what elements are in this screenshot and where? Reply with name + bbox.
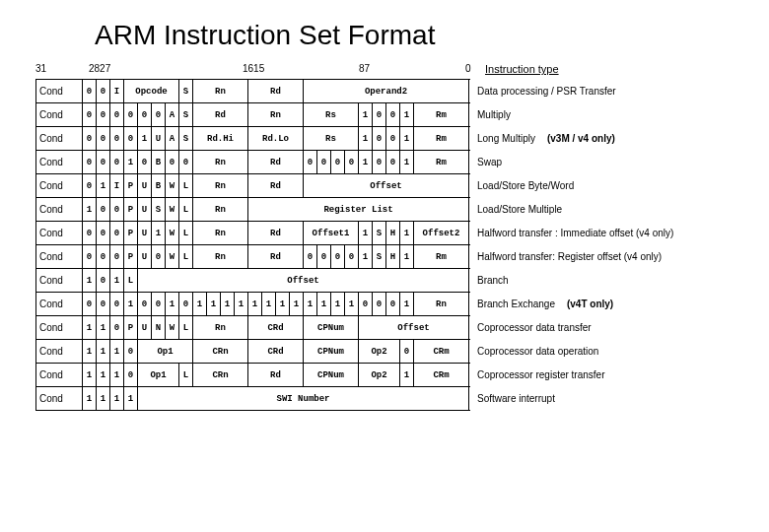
bit-field: 0	[97, 293, 110, 316]
bit-field: 0	[386, 127, 400, 151]
bit-field: 0	[110, 316, 124, 340]
table-row: Cond000PU1WLRnRdOffset11SH1Offset2Halfwo…	[36, 222, 674, 245]
bit-field: B	[152, 151, 166, 174]
bit-field: P	[124, 198, 138, 222]
cond-field: Cond	[36, 103, 83, 127]
bit-field: Rd	[248, 364, 304, 387]
bit-field: L	[179, 222, 193, 245]
bit-field: 1	[83, 316, 97, 340]
bit-field: 1	[248, 293, 262, 316]
table-row: Cond00IOpcodeSRnRdOperand2Data processin…	[36, 80, 674, 103]
bit-field: Op2	[359, 340, 400, 364]
table-row: Cond101LOffsetBranch	[36, 269, 674, 293]
bit-field: Rn	[193, 316, 248, 340]
bit-field: W	[166, 316, 179, 340]
bit-field: 0	[97, 222, 110, 245]
table-row: Cond100PUSWLRnRegister ListLoad/Store Mu…	[36, 198, 674, 222]
bit-field: 0	[97, 151, 110, 174]
bit-field: 0	[110, 103, 124, 127]
bit-field: 0	[400, 340, 414, 364]
table-row: Cond1111SWI NumberSoftware interrupt	[36, 387, 674, 411]
bit-field: U	[138, 198, 152, 222]
instruction-description: Data processing / PSR Transfer	[469, 80, 674, 103]
bit-field: 0	[179, 293, 193, 316]
bit-field: 1	[97, 316, 110, 340]
bit-field: 1	[124, 387, 138, 411]
bit-field: 1	[83, 340, 97, 364]
bit-field: S	[179, 80, 193, 103]
bit-field: Rn	[193, 198, 248, 222]
bit-field: Rd	[248, 222, 304, 245]
bit-field: Offset	[359, 316, 469, 340]
instruction-description: Swap	[469, 151, 674, 174]
bit-field: Register List	[248, 198, 469, 222]
bit-field: I	[110, 80, 124, 103]
bit-field: 0	[124, 127, 138, 151]
bit-field: S	[373, 245, 386, 269]
bit-field: Rm	[414, 151, 469, 174]
bit-field: 1	[276, 293, 290, 316]
bit-field: 0	[345, 151, 359, 174]
bit-field: CPNum	[304, 364, 359, 387]
bit-field: 1	[97, 174, 110, 198]
bit-field: Rn	[193, 80, 248, 103]
bit-field: Rd.Hi	[193, 127, 248, 151]
bit-field: CRm	[414, 340, 469, 364]
bit-field: 1	[331, 293, 345, 316]
bit-field: A	[166, 103, 179, 127]
bit-field: 1	[400, 293, 414, 316]
bit-field: Rn	[193, 245, 248, 269]
bit-field: U	[152, 127, 166, 151]
bit-field: CRn	[193, 340, 248, 364]
table-row: Cond000000ASRdRnRs1001RmMultiply	[36, 103, 674, 127]
instruction-description: Halfword transfer : Immediate offset (v4…	[469, 222, 674, 245]
bit-field: CRd	[248, 316, 304, 340]
bit-field: 0	[304, 245, 317, 269]
bit-field: S	[179, 103, 193, 127]
bit-field: 0	[304, 151, 317, 174]
bit-field: 0	[152, 293, 166, 316]
bit-field: 0	[83, 222, 97, 245]
bit-field: 0	[179, 151, 193, 174]
bit-field: Rd.Lo	[248, 127, 304, 151]
bit-field: H	[386, 245, 400, 269]
bit-field: 1	[83, 198, 97, 222]
bit-positions: 31 2827 1615 87 0 Instruction type	[35, 63, 769, 79]
bit-field: B	[152, 174, 166, 198]
bit-field: W	[166, 245, 179, 269]
bit-field: 1	[110, 364, 124, 387]
cond-field: Cond	[36, 387, 83, 411]
bit-field: Rm	[414, 127, 469, 151]
table-row: Cond110PUNWLRnCRdCPNumOffsetCoprocessor …	[36, 316, 674, 340]
bit-field: CRn	[193, 364, 248, 387]
bit-field: 1	[290, 293, 304, 316]
instruction-description: Coprocessor register transfer	[469, 364, 674, 387]
bit-field: U	[138, 222, 152, 245]
bit-field: CRd	[248, 340, 304, 364]
bit-field: Rd	[248, 174, 304, 198]
bit-field: 1	[400, 245, 414, 269]
bit-field: Rd	[193, 103, 248, 127]
bit-field: 0	[331, 245, 345, 269]
bit-field: A	[166, 127, 179, 151]
bit-field: L	[179, 245, 193, 269]
bit-field: 0	[97, 245, 110, 269]
bit-field: S	[152, 198, 166, 222]
bit-field: 0	[386, 151, 400, 174]
cond-field: Cond	[36, 198, 83, 222]
bit-field: 1	[110, 269, 124, 293]
cond-field: Cond	[36, 293, 83, 316]
instruction-description: Long Multiply(v3M / v4 only)	[469, 127, 674, 151]
bit-field: Op1	[138, 364, 179, 387]
bit-field: 0	[97, 198, 110, 222]
bit-field: S	[373, 222, 386, 245]
bit-field: 1	[359, 222, 373, 245]
bit-field: L	[179, 174, 193, 198]
bit-field: 0	[359, 293, 373, 316]
bit-field: 0	[83, 151, 97, 174]
bit-field: 0	[97, 269, 110, 293]
table-row: Cond000PU0WLRnRd00001SH1RmHalfword trans…	[36, 245, 674, 269]
bit-field: S	[179, 127, 193, 151]
bit-field: 1	[138, 127, 152, 151]
bit-field: 0	[386, 103, 400, 127]
